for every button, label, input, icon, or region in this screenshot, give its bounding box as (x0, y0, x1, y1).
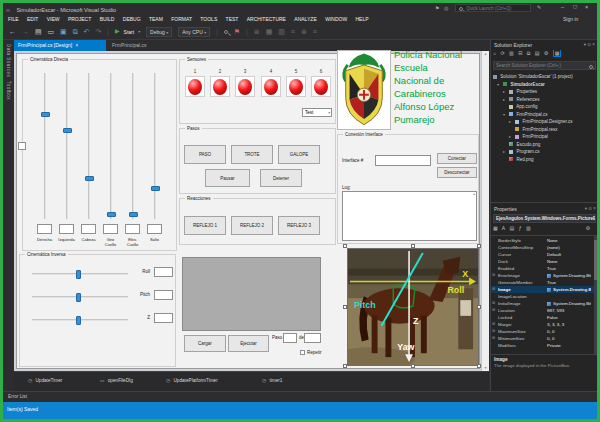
start-dropdown-icon[interactable]: ▾ (138, 24, 140, 39)
detener-button[interactable]: Detener (260, 169, 302, 187)
textbox-salto[interactable] (147, 224, 162, 234)
property-row[interactable]: DockNone (491, 258, 594, 265)
tab-frmprincipal-design[interactable]: FrmPrincipal.cs [Design] × (14, 40, 106, 51)
close-icon[interactable]: × (593, 206, 596, 211)
show-all-files-icon[interactable]: ⧉ (527, 50, 531, 56)
tree-item-solution[interactable]: Solution 'SimuladorEscar' (1 project) (491, 73, 598, 81)
tree-collapsed-icon[interactable]: ▸ (503, 148, 508, 156)
tray-item-updateplatformtimer[interactable]: ◷ UpdatePlatformTimer (166, 378, 218, 383)
tab-frmprincipal-code[interactable]: FrmPrincipal.cs (108, 40, 166, 51)
ejes-angulos-picturebox[interactable]: X Roll Z Yaw Pitch (347, 248, 479, 366)
galope-button[interactable]: GALOPE (278, 145, 320, 164)
menu-edit[interactable]: EDIT (27, 14, 38, 24)
tree-item-escudo-png[interactable]: Escudo.png (491, 141, 598, 149)
home-icon[interactable]: ⌂ (493, 50, 496, 56)
tree-collapsed-icon[interactable]: ▸ (509, 133, 514, 141)
property-row[interactable]: EnabledTrue (491, 265, 594, 272)
selection-handle[interactable] (411, 244, 415, 248)
menu-analyze[interactable]: ANALYZE (294, 14, 316, 24)
refresh-icon[interactable]: ⟳ (500, 50, 504, 56)
start-debug-button[interactable]: ▶ (115, 24, 120, 39)
sign-in-link[interactable]: Sign in (563, 14, 578, 24)
selection-handle[interactable] (343, 244, 347, 248)
events-icon[interactable]: ƒ (519, 225, 522, 231)
reflejo1-button[interactable]: REFLEJO 1 (184, 216, 226, 235)
selection-handle[interactable] (477, 244, 481, 248)
repetir-checkbox[interactable] (300, 350, 305, 355)
navigate-forward-icon[interactable]: → (22, 24, 29, 39)
textbox-derecha[interactable] (37, 224, 52, 234)
menu-team[interactable]: TEAM (149, 14, 163, 24)
roll-textbox[interactable] (154, 267, 173, 277)
menu-test[interactable]: TEST (226, 14, 239, 24)
open-file-icon[interactable]: ▭ (47, 24, 54, 39)
designed-form[interactable]: Cinemática Directa Derecha Izquierda Cab… (16, 53, 480, 369)
tab-data-sources[interactable]: Data Sources (6, 44, 11, 77)
paso-button[interactable]: PASO (184, 145, 226, 164)
menu-window[interactable]: WINDOW (325, 14, 347, 24)
total-textbox[interactable] (304, 333, 321, 343)
property-row[interactable]: ⊞Margin3, 3, 3, 3 (491, 321, 594, 328)
property-row[interactable]: BorderStyleNone (491, 237, 594, 244)
collapse-all-icon[interactable]: ⊟ (518, 50, 522, 56)
tree-expanded-icon[interactable]: ▾ (503, 111, 508, 119)
menu-format[interactable]: FORMAT (171, 14, 192, 24)
z-textbox[interactable] (154, 313, 173, 323)
properties-icon[interactable]: ▤ (535, 50, 540, 56)
window-position-icon[interactable]: ▾ (584, 42, 586, 47)
test-dropdown[interactable]: Test ▾ (302, 108, 332, 117)
menu-architecture[interactable]: ARCHITECTURE (247, 14, 286, 24)
property-pages-icon[interactable]: ▥ (526, 225, 531, 231)
tab-team-explorer[interactable]: Team Explorer (537, 202, 573, 203)
tree-item-program-cs[interactable]: ▸ Program.cs (491, 148, 598, 156)
trackbar-elev-cuello[interactable] (132, 73, 134, 219)
alphabetical-icon[interactable]: A (502, 225, 505, 231)
ejecutar-button[interactable]: Ejecutar (228, 335, 269, 352)
trackbar-derecha[interactable] (44, 73, 46, 219)
feedback-icon[interactable]: ⚑ (435, 5, 439, 11)
debug-configuration-select[interactable]: Debug ▾ (146, 27, 172, 37)
platform-select[interactable]: Any CPU ▾ (178, 27, 210, 37)
menu-project[interactable]: PROJECT (68, 14, 91, 24)
trote-button[interactable]: TROTE (231, 145, 273, 164)
canvas-scrollbar[interactable]: ▴ ▴ (481, 51, 489, 371)
selection-handle[interactable] (477, 364, 481, 368)
start-label[interactable]: Start (124, 29, 135, 35)
preview-icon[interactable]: ▦ (553, 50, 562, 57)
log-textarea[interactable]: ▴ (342, 191, 477, 241)
categorized-icon[interactable]: ▦ (493, 225, 498, 231)
trackbar-salto[interactable] (154, 73, 156, 219)
menu-help[interactable]: HELP (356, 14, 369, 24)
trackbar-roll[interactable] (32, 273, 128, 275)
paso-textbox[interactable] (283, 333, 297, 343)
escudo-picturebox[interactable] (337, 50, 391, 130)
property-row[interactable]: ⊞Location887, 593 (491, 307, 594, 314)
pitch-textbox[interactable] (154, 290, 173, 300)
desconectar-button[interactable]: Desconectar (437, 167, 477, 178)
pausar-button[interactable]: Pausar (205, 169, 250, 187)
size-icon[interactable]: ≣ (301, 24, 307, 39)
menu-debug[interactable]: DEBUG (123, 14, 141, 24)
tree-item-properties[interactable]: ▸ Properties (491, 88, 598, 96)
properties-object-select[interactable]: EjesAngulos System.Windows.Forms.Picture… (493, 214, 596, 223)
tray-item-timer1[interactable]: ◷ timer1 (262, 378, 282, 383)
selection-handle[interactable] (477, 305, 481, 309)
align-icon[interactable]: ≣ (254, 24, 260, 39)
tree-expanded-icon[interactable]: ▾ (497, 81, 502, 89)
solution-search-input[interactable]: Search Solution Explorer (Ctrl+;) (493, 61, 596, 70)
new-file-icon[interactable]: ▤ (35, 24, 42, 39)
scroll-up-icon[interactable]: ▴ (473, 192, 475, 196)
tree-item-frmprincipal-cs[interactable]: ▾ FrmPrincipal.cs (491, 111, 598, 119)
maximize-button[interactable]: ▢ (573, 4, 577, 9)
conectar-button[interactable]: Conectar (437, 153, 477, 164)
property-row-image-selected[interactable]: ⊞ImageSystem.Drawing.Bitmap (491, 286, 594, 293)
columns-icon[interactable]: ▥ (278, 24, 285, 39)
notifications-icon[interactable]: ◎ (444, 5, 448, 11)
pin-icon[interactable]: ⊙ (587, 42, 591, 47)
close-icon[interactable]: × (76, 43, 79, 48)
textbox-cabeza[interactable] (81, 224, 96, 234)
wrench-icon[interactable]: ⚙ (586, 225, 590, 231)
spacing-icon[interactable]: ≡ (313, 24, 317, 39)
save-icon[interactable]: ▣ (60, 24, 67, 39)
properties-scrollbar[interactable] (594, 236, 598, 355)
